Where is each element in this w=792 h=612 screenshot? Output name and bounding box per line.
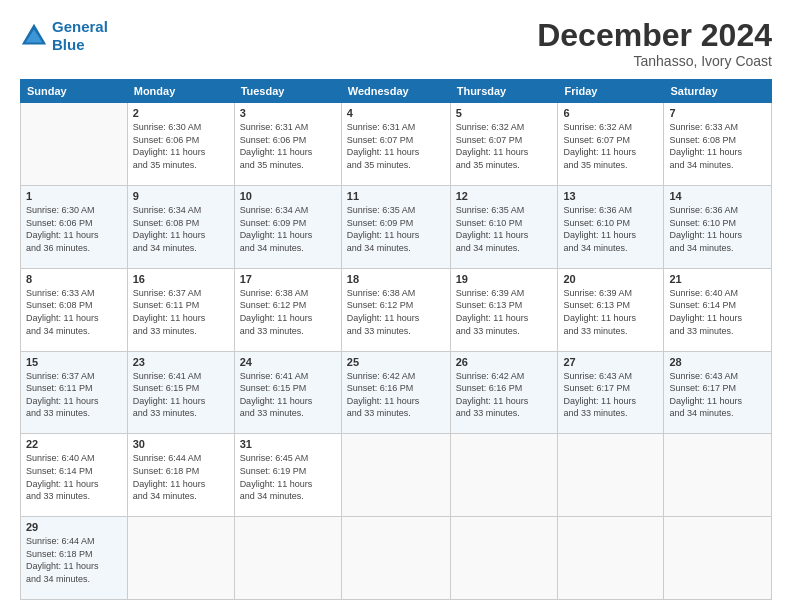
col-header-thursday: Thursday — [450, 80, 558, 103]
logo: General Blue — [20, 18, 108, 54]
calendar-cell: 10Sunrise: 6:34 AM Sunset: 6:09 PM Dayli… — [234, 185, 341, 268]
col-header-wednesday: Wednesday — [341, 80, 450, 103]
calendar-cell: 1Sunrise: 6:30 AM Sunset: 6:06 PM Daylig… — [21, 185, 128, 268]
day-number: 15 — [26, 356, 122, 368]
col-header-saturday: Saturday — [664, 80, 772, 103]
page-subtitle: Tanhasso, Ivory Coast — [537, 53, 772, 69]
calendar-cell — [664, 517, 772, 600]
day-info: Sunrise: 6:31 AM Sunset: 6:06 PM Dayligh… — [240, 121, 336, 171]
calendar-cell — [234, 517, 341, 600]
col-header-monday: Monday — [127, 80, 234, 103]
calendar-week-0: 2Sunrise: 6:30 AM Sunset: 6:06 PM Daylig… — [21, 103, 772, 186]
header: General Blue December 2024 Tanhasso, Ivo… — [20, 18, 772, 69]
day-info: Sunrise: 6:41 AM Sunset: 6:15 PM Dayligh… — [240, 370, 336, 420]
day-number: 11 — [347, 190, 445, 202]
col-header-friday: Friday — [558, 80, 664, 103]
day-info: Sunrise: 6:43 AM Sunset: 6:17 PM Dayligh… — [669, 370, 766, 420]
calendar-cell: 23Sunrise: 6:41 AM Sunset: 6:15 PM Dayli… — [127, 351, 234, 434]
day-number: 27 — [563, 356, 658, 368]
day-number: 22 — [26, 438, 122, 450]
day-number: 8 — [26, 273, 122, 285]
day-number: 13 — [563, 190, 658, 202]
calendar-week-1: 1Sunrise: 6:30 AM Sunset: 6:06 PM Daylig… — [21, 185, 772, 268]
day-number: 26 — [456, 356, 553, 368]
day-number: 18 — [347, 273, 445, 285]
calendar-cell: 7Sunrise: 6:33 AM Sunset: 6:08 PM Daylig… — [664, 103, 772, 186]
day-number: 2 — [133, 107, 229, 119]
day-info: Sunrise: 6:45 AM Sunset: 6:19 PM Dayligh… — [240, 452, 336, 502]
day-number: 16 — [133, 273, 229, 285]
calendar-week-2: 8Sunrise: 6:33 AM Sunset: 6:08 PM Daylig… — [21, 268, 772, 351]
calendar-cell — [558, 517, 664, 600]
calendar-cell: 28Sunrise: 6:43 AM Sunset: 6:17 PM Dayli… — [664, 351, 772, 434]
col-header-sunday: Sunday — [21, 80, 128, 103]
day-info: Sunrise: 6:32 AM Sunset: 6:07 PM Dayligh… — [456, 121, 553, 171]
day-number: 9 — [133, 190, 229, 202]
day-info: Sunrise: 6:36 AM Sunset: 6:10 PM Dayligh… — [563, 204, 658, 254]
day-info: Sunrise: 6:35 AM Sunset: 6:09 PM Dayligh… — [347, 204, 445, 254]
calendar-week-5: 29Sunrise: 6:44 AM Sunset: 6:18 PM Dayli… — [21, 517, 772, 600]
day-info: Sunrise: 6:41 AM Sunset: 6:15 PM Dayligh… — [133, 370, 229, 420]
calendar-header-row: SundayMondayTuesdayWednesdayThursdayFrid… — [21, 80, 772, 103]
day-number: 28 — [669, 356, 766, 368]
calendar-cell — [664, 434, 772, 517]
day-number: 24 — [240, 356, 336, 368]
day-number: 31 — [240, 438, 336, 450]
title-block: December 2024 Tanhasso, Ivory Coast — [537, 18, 772, 69]
calendar-cell: 17Sunrise: 6:38 AM Sunset: 6:12 PM Dayli… — [234, 268, 341, 351]
day-info: Sunrise: 6:32 AM Sunset: 6:07 PM Dayligh… — [563, 121, 658, 171]
calendar-cell: 15Sunrise: 6:37 AM Sunset: 6:11 PM Dayli… — [21, 351, 128, 434]
day-number: 29 — [26, 521, 122, 533]
day-info: Sunrise: 6:35 AM Sunset: 6:10 PM Dayligh… — [456, 204, 553, 254]
calendar-cell — [341, 517, 450, 600]
calendar-cell — [450, 517, 558, 600]
calendar-cell: 21Sunrise: 6:40 AM Sunset: 6:14 PM Dayli… — [664, 268, 772, 351]
calendar-cell: 26Sunrise: 6:42 AM Sunset: 6:16 PM Dayli… — [450, 351, 558, 434]
day-info: Sunrise: 6:37 AM Sunset: 6:11 PM Dayligh… — [26, 370, 122, 420]
logo-text: General Blue — [52, 18, 108, 54]
calendar-cell: 8Sunrise: 6:33 AM Sunset: 6:08 PM Daylig… — [21, 268, 128, 351]
calendar-cell: 29Sunrise: 6:44 AM Sunset: 6:18 PM Dayli… — [21, 517, 128, 600]
calendar-cell: 9Sunrise: 6:34 AM Sunset: 6:08 PM Daylig… — [127, 185, 234, 268]
calendar-cell — [558, 434, 664, 517]
day-info: Sunrise: 6:31 AM Sunset: 6:07 PM Dayligh… — [347, 121, 445, 171]
calendar-cell: 27Sunrise: 6:43 AM Sunset: 6:17 PM Dayli… — [558, 351, 664, 434]
calendar-cell: 18Sunrise: 6:38 AM Sunset: 6:12 PM Dayli… — [341, 268, 450, 351]
day-number: 1 — [26, 190, 122, 202]
calendar-cell: 22Sunrise: 6:40 AM Sunset: 6:14 PM Dayli… — [21, 434, 128, 517]
calendar-cell: 5Sunrise: 6:32 AM Sunset: 6:07 PM Daylig… — [450, 103, 558, 186]
calendar-cell — [21, 103, 128, 186]
day-info: Sunrise: 6:30 AM Sunset: 6:06 PM Dayligh… — [26, 204, 122, 254]
calendar-cell: 11Sunrise: 6:35 AM Sunset: 6:09 PM Dayli… — [341, 185, 450, 268]
calendar-cell: 25Sunrise: 6:42 AM Sunset: 6:16 PM Dayli… — [341, 351, 450, 434]
page-title: December 2024 — [537, 18, 772, 53]
day-number: 21 — [669, 273, 766, 285]
calendar-cell: 24Sunrise: 6:41 AM Sunset: 6:15 PM Dayli… — [234, 351, 341, 434]
day-info: Sunrise: 6:36 AM Sunset: 6:10 PM Dayligh… — [669, 204, 766, 254]
calendar-week-4: 22Sunrise: 6:40 AM Sunset: 6:14 PM Dayli… — [21, 434, 772, 517]
day-number: 10 — [240, 190, 336, 202]
day-info: Sunrise: 6:44 AM Sunset: 6:18 PM Dayligh… — [133, 452, 229, 502]
day-number: 3 — [240, 107, 336, 119]
col-header-tuesday: Tuesday — [234, 80, 341, 103]
day-number: 23 — [133, 356, 229, 368]
calendar-week-3: 15Sunrise: 6:37 AM Sunset: 6:11 PM Dayli… — [21, 351, 772, 434]
calendar-cell — [127, 517, 234, 600]
day-info: Sunrise: 6:30 AM Sunset: 6:06 PM Dayligh… — [133, 121, 229, 171]
day-info: Sunrise: 6:38 AM Sunset: 6:12 PM Dayligh… — [347, 287, 445, 337]
logo-icon — [20, 22, 48, 50]
day-info: Sunrise: 6:40 AM Sunset: 6:14 PM Dayligh… — [26, 452, 122, 502]
day-number: 19 — [456, 273, 553, 285]
day-number: 14 — [669, 190, 766, 202]
day-info: Sunrise: 6:43 AM Sunset: 6:17 PM Dayligh… — [563, 370, 658, 420]
day-info: Sunrise: 6:44 AM Sunset: 6:18 PM Dayligh… — [26, 535, 122, 585]
calendar-cell: 13Sunrise: 6:36 AM Sunset: 6:10 PM Dayli… — [558, 185, 664, 268]
day-info: Sunrise: 6:34 AM Sunset: 6:08 PM Dayligh… — [133, 204, 229, 254]
calendar-table: SundayMondayTuesdayWednesdayThursdayFrid… — [20, 79, 772, 600]
day-info: Sunrise: 6:39 AM Sunset: 6:13 PM Dayligh… — [563, 287, 658, 337]
calendar-cell: 2Sunrise: 6:30 AM Sunset: 6:06 PM Daylig… — [127, 103, 234, 186]
day-number: 7 — [669, 107, 766, 119]
day-number: 25 — [347, 356, 445, 368]
day-number: 4 — [347, 107, 445, 119]
day-number: 20 — [563, 273, 658, 285]
